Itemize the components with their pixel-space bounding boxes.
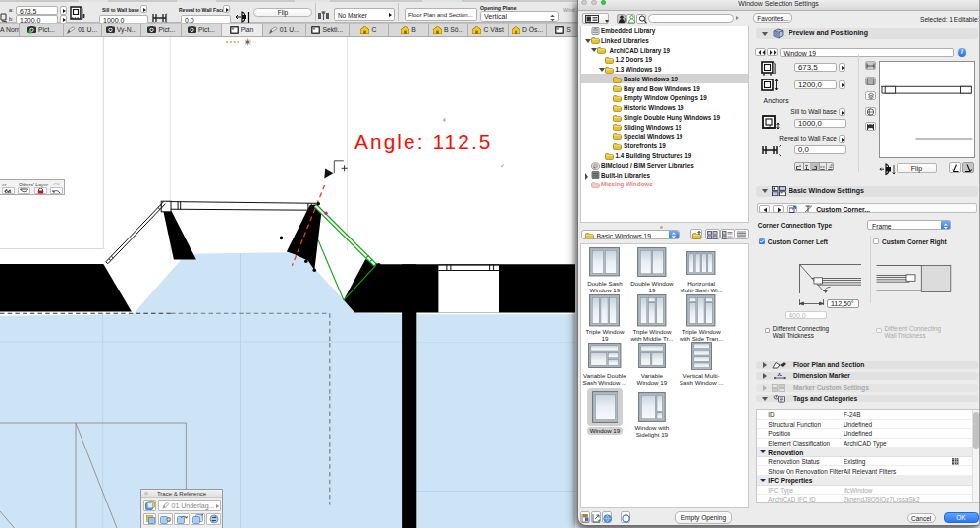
svg-text:Angle: 112.5: Angle: 112.5 <box>354 131 492 153</box>
